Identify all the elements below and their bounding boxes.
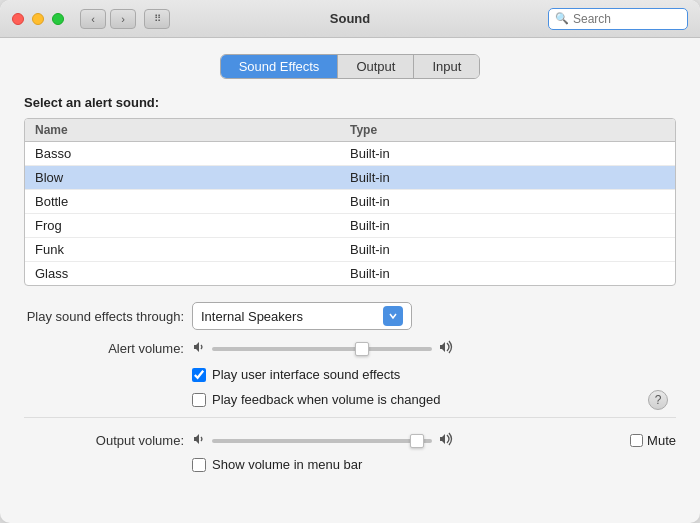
sound-name: Basso [35, 146, 350, 161]
nav-buttons: ‹ › [80, 9, 136, 29]
grid-button[interactable]: ⠿ [144, 9, 170, 29]
ui-sounds-row: Play user interface sound effects [192, 367, 676, 382]
sound-name: Funk [35, 242, 350, 257]
output-volume-thumb[interactable] [410, 434, 424, 448]
sound-window: ‹ › ⠿ Sound 🔍 Sound Effects Output [0, 0, 700, 523]
controls: Play sound effects through: Internal Spe… [24, 302, 676, 407]
sound-type: Built-in [350, 194, 665, 209]
ui-sounds-checkbox[interactable] [192, 368, 206, 382]
help-icon: ? [655, 393, 662, 407]
output-section: Output volume: Mute [24, 417, 676, 472]
content-area: Sound Effects Output Input Select an ale… [0, 38, 700, 523]
show-volume-row: Show volume in menu bar [192, 457, 676, 472]
search-box[interactable]: 🔍 [548, 8, 688, 30]
header-name: Name [35, 123, 350, 137]
sound-name: Bottle [35, 194, 350, 209]
search-icon: 🔍 [555, 12, 569, 25]
tab-output[interactable]: Output [338, 55, 414, 78]
output-device-dropdown[interactable]: Internal Speakers [192, 302, 412, 330]
help-button[interactable]: ? [648, 390, 668, 410]
output-volume-track[interactable] [212, 439, 432, 443]
tab-group: Sound Effects Output Input [220, 54, 481, 79]
sound-type: Built-in [350, 146, 665, 161]
alert-volume-track[interactable] [212, 347, 432, 351]
volume-low-icon [192, 340, 206, 357]
tabs-container: Sound Effects Output Input [24, 54, 676, 79]
output-volume-low-icon [192, 432, 206, 449]
forward-button[interactable]: › [110, 9, 136, 29]
header-type: Type [350, 123, 665, 137]
sound-type: Built-in [350, 218, 665, 233]
output-volume-label: Output volume: [24, 433, 184, 448]
maximize-button[interactable] [52, 13, 64, 25]
play-through-row: Play sound effects through: Internal Spe… [24, 302, 676, 330]
output-volume-row: Output volume: Mute [24, 432, 676, 449]
mute-checkbox[interactable] [630, 434, 643, 447]
close-button[interactable] [12, 13, 24, 25]
sound-name: Frog [35, 218, 350, 233]
mute-label: Mute [647, 433, 676, 448]
tab-sound-effects[interactable]: Sound Effects [221, 55, 339, 78]
back-icon: ‹ [91, 13, 95, 25]
play-through-label: Play sound effects through: [24, 309, 184, 324]
feedback-label: Play feedback when volume is changed [212, 392, 440, 407]
mute-group: Mute [630, 433, 676, 448]
show-volume-label: Show volume in menu bar [212, 457, 362, 472]
feedback-row: Play feedback when volume is changed ? [192, 392, 676, 407]
show-volume-checkbox[interactable] [192, 458, 206, 472]
feedback-checkbox[interactable] [192, 393, 206, 407]
sound-name: Glass [35, 266, 350, 281]
table-row[interactable]: Funk Built-in [25, 238, 675, 262]
table-row[interactable]: Glass Built-in [25, 262, 675, 285]
sound-name: Blow [35, 170, 350, 185]
table-row[interactable]: Blow Built-in [25, 166, 675, 190]
ui-sounds-label: Play user interface sound effects [212, 367, 400, 382]
alert-volume-slider-container [192, 340, 676, 357]
table-row[interactable]: Basso Built-in [25, 142, 675, 166]
search-input[interactable] [573, 12, 681, 26]
forward-icon: › [121, 13, 125, 25]
output-volume-slider-container [192, 432, 622, 449]
table-header: Name Type [25, 119, 675, 142]
sound-type: Built-in [350, 266, 665, 281]
table-row[interactable]: Frog Built-in [25, 214, 675, 238]
minimize-button[interactable] [32, 13, 44, 25]
table-row[interactable]: Bottle Built-in [25, 190, 675, 214]
window-title: Sound [330, 11, 370, 26]
alert-volume-row: Alert volume: [24, 340, 676, 357]
traffic-lights [12, 13, 64, 25]
dropdown-arrow-icon [383, 306, 403, 326]
alert-volume-thumb[interactable] [355, 342, 369, 356]
output-volume-high-icon [438, 432, 458, 449]
alert-volume-label: Alert volume: [24, 341, 184, 356]
section-label: Select an alert sound: [24, 95, 676, 110]
titlebar: ‹ › ⠿ Sound 🔍 [0, 0, 700, 38]
dropdown-value: Internal Speakers [201, 309, 303, 324]
volume-high-icon [438, 340, 458, 357]
grid-icon: ⠿ [154, 13, 161, 24]
sound-type: Built-in [350, 170, 665, 185]
sound-type: Built-in [350, 242, 665, 257]
output-volume-container: Output volume: Mute [24, 432, 676, 449]
back-button[interactable]: ‹ [80, 9, 106, 29]
sound-table: Name Type Basso Built-in Blow Built-in B… [24, 118, 676, 286]
tab-input[interactable]: Input [414, 55, 479, 78]
